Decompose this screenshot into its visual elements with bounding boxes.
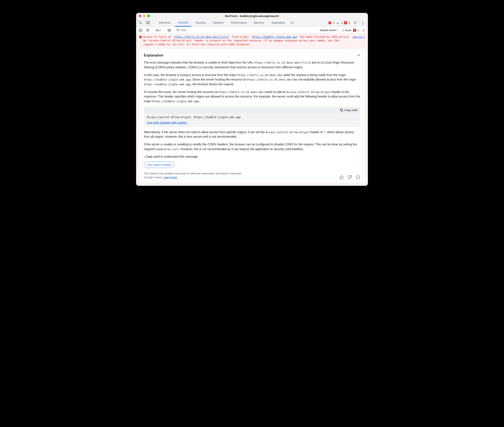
details-label: Data used to understand this message: [146, 155, 197, 158]
issues-indicator[interactable]: 1 Issue: ✕ 1: [342, 29, 359, 32]
titlebar: DevTools - bubble-jingle.web.app/search: [136, 13, 368, 19]
disclaimer-text: This feature may display inaccurate or o…: [144, 172, 247, 179]
clear-console-icon[interactable]: [145, 28, 150, 33]
error-count: 2: [333, 21, 335, 24]
minimize-window-button[interactable]: [143, 15, 146, 17]
tab-memory[interactable]: Memory: [251, 19, 267, 27]
svg-point-4: [362, 21, 363, 22]
code-block: Copy code Access-Control-Allow-Origin: h…: [144, 107, 360, 127]
tab-network[interactable]: Network: [210, 19, 227, 27]
device-toggle-icon[interactable]: [145, 20, 151, 26]
tab-elements[interactable]: Elements: [156, 19, 174, 27]
context-selector[interactable]: top: [155, 29, 162, 32]
error-icon: [139, 36, 142, 38]
svg-line-10: [147, 29, 149, 31]
svg-point-3: [354, 22, 355, 23]
report-icon[interactable]: [356, 175, 360, 179]
explanation-title: Explanation: [144, 53, 163, 57]
context-label: top: [156, 29, 159, 32]
use-search-instead-button[interactable]: Use search instead: [144, 162, 174, 168]
log-levels-label: Default levels: [320, 29, 336, 32]
copy-code-button[interactable]: Copy code: [340, 108, 358, 112]
issues-count: 1: [357, 29, 359, 32]
console-error-row[interactable]: Access to fetch at 'https://hello-io-24.…: [139, 35, 365, 46]
error-url-1[interactable]: https://hello-io-24.deno.dev/?lvl=1: [174, 35, 229, 38]
code-content: Access-Control-Allow-Origin: https://bub…: [147, 115, 357, 119]
more-tabs-icon[interactable]: [289, 22, 295, 24]
error-badge-icon[interactable]: [328, 21, 331, 24]
filter-input[interactable]: [181, 29, 217, 32]
main-tabstrip: Elements Console Sources Network Perform…: [136, 19, 368, 27]
learn-more-link[interactable]: Learn more: [163, 176, 177, 179]
tab-sources[interactable]: Sources: [193, 19, 209, 27]
explanation-paragraph: If the server is unable or unwilling to …: [144, 142, 360, 152]
svg-point-12: [363, 30, 364, 31]
thumbs-up-icon[interactable]: [339, 175, 344, 179]
tab-performance[interactable]: Performance: [228, 19, 250, 27]
svg-rect-13: [341, 109, 343, 111]
issues-label: 1 Issue:: [342, 29, 352, 32]
tab-application[interactable]: Application: [268, 19, 288, 27]
explanation-paragraph: The error message indicates that the bro…: [144, 60, 360, 69]
caution-link[interactable]: Use code snippets with caution: [147, 121, 187, 124]
svg-point-6: [362, 24, 363, 24]
devtools-window: DevTools - bubble-jingle.web.app/search …: [136, 13, 368, 186]
svg-point-5: [362, 22, 363, 23]
traffic-lights: [139, 15, 150, 17]
console-settings-gear-icon[interactable]: [361, 28, 366, 33]
explanation-card: Explanation ✕ The error message indicate…: [139, 49, 365, 183]
warning-count: 1: [341, 21, 343, 24]
settings-gear-icon[interactable]: [352, 20, 358, 26]
explanation-paragraph: To resolve this issue, the server hostin…: [144, 90, 360, 104]
live-expression-icon[interactable]: [167, 28, 172, 33]
issue-badge-icon[interactable]: ✕: [344, 21, 347, 24]
inspect-icon[interactable]: [137, 20, 143, 26]
tab-console[interactable]: Console: [175, 19, 191, 27]
warning-badge-icon[interactable]: ▲: [336, 21, 339, 24]
explanation-paragraph: Alternatively, if the server does not ne…: [144, 130, 360, 139]
toggle-sidebar-icon[interactable]: [138, 28, 143, 33]
filter-field[interactable]: [176, 29, 318, 32]
filter-icon: [176, 29, 179, 31]
error-source-link[interactable]: search:1: [352, 35, 365, 39]
close-window-button[interactable]: [139, 15, 141, 17]
error-url-2[interactable]: https://bubble-jingle.web.app: [252, 35, 297, 38]
error-text: Access to fetch at 'https://hello-io-24.…: [143, 35, 351, 46]
svg-point-11: [169, 30, 170, 31]
copy-icon: [340, 108, 343, 112]
svg-rect-2: [148, 22, 150, 24]
close-icon[interactable]: ✕: [357, 53, 360, 57]
maximize-window-button[interactable]: [147, 15, 150, 17]
kebab-menu-icon[interactable]: [360, 20, 366, 26]
copy-code-label: Copy code: [344, 108, 358, 112]
issues-badge-icon: ✕: [353, 29, 356, 32]
window-title: DevTools - bubble-jingle.web.app/search: [136, 14, 368, 18]
svg-point-15: [358, 178, 358, 178]
explanation-paragraph: In this case, the browser is trying to a…: [144, 73, 360, 87]
details-disclosure[interactable]: Data used to understand this message: [144, 155, 360, 158]
issue-badge-count: 1: [349, 21, 350, 24]
console-toolbar: top Default levels 1 Issue: ✕ 1: [136, 27, 368, 34]
thumbs-down-icon[interactable]: [348, 175, 352, 179]
console-body: Access to fetch at 'https://hello-io-24.…: [136, 34, 368, 186]
log-levels-selector[interactable]: Default levels: [320, 29, 338, 32]
